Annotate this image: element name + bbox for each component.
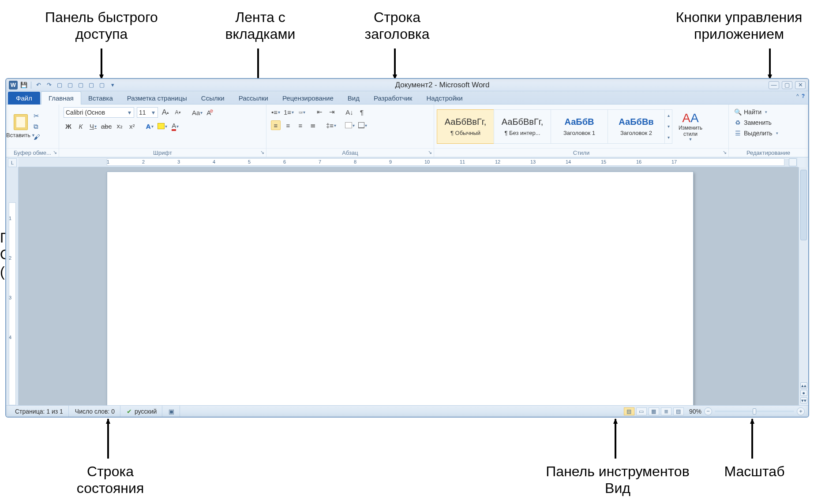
qat-button-a-icon[interactable]: ▢: [56, 82, 63, 89]
change-styles-button[interactable]: AA Изменить стили ▼: [675, 109, 706, 144]
hruler-tick: 10: [424, 159, 430, 164]
replace-button[interactable]: ♻ Заменить: [733, 118, 803, 127]
tab-references[interactable]: Ссылки: [194, 92, 232, 105]
font-color-button[interactable]: A▾: [170, 121, 180, 131]
tab-home[interactable]: Главная: [41, 91, 81, 105]
copy-icon[interactable]: ⧉: [34, 123, 40, 131]
qat-dropdown-icon[interactable]: ▾: [109, 82, 116, 89]
view-draft-button[interactable]: ▤: [673, 407, 684, 415]
italic-button[interactable]: К: [76, 121, 86, 131]
undo-icon[interactable]: ↶: [35, 82, 42, 89]
tab-developer[interactable]: Разработчик: [367, 92, 419, 105]
status-language[interactable]: ✔ русский: [121, 406, 162, 417]
group-font: Calibri (Основ▾ 11▾ A▴ A▾ Aa▾ A⊘ Ж К: [59, 105, 266, 157]
tab-selector-icon[interactable]: L: [8, 158, 17, 167]
tab-mailings[interactable]: Рассылки: [232, 92, 275, 105]
save-icon[interactable]: 💾: [20, 82, 27, 89]
status-word-count[interactable]: Число слов: 0: [70, 406, 120, 417]
style-normal[interactable]: АаБбВвГг, ¶ Обычный: [437, 109, 494, 144]
qat-button-c-icon[interactable]: ▢: [77, 82, 84, 89]
document-canvas[interactable]: [19, 167, 799, 405]
qat-button-b-icon[interactable]: ▢: [67, 82, 74, 89]
help-icon[interactable]: ?: [802, 93, 805, 99]
highlight-button[interactable]: ▾: [157, 121, 168, 131]
change-case-button[interactable]: Aa▾: [191, 108, 203, 117]
align-right-button[interactable]: ≡: [296, 120, 305, 130]
vertical-ruler[interactable]: 1234: [6, 167, 19, 405]
style-heading1[interactable]: АаБбВ Заголовок 1: [551, 109, 608, 144]
font-family-combo[interactable]: Calibri (Основ▾: [64, 107, 134, 118]
redo-icon[interactable]: ↷: [45, 82, 53, 89]
format-painter-icon[interactable]: 🖌: [34, 133, 40, 141]
app-icon[interactable]: W: [9, 81, 18, 90]
view-print-layout-button[interactable]: ▤: [624, 407, 634, 415]
align-left-button[interactable]: ≡: [271, 120, 281, 130]
find-button[interactable]: 🔍 Найти ▾: [733, 107, 803, 117]
close-button[interactable]: ✕: [795, 81, 806, 89]
group-styles: АаБбВвГг, ¶ Обычный АаБбВвГг, ¶ Без инте…: [434, 105, 729, 157]
tab-review[interactable]: Рецензирование: [275, 92, 341, 105]
status-macro[interactable]: ▣: [163, 406, 180, 417]
strikethrough-button[interactable]: abc: [101, 121, 112, 131]
minimize-ribbon-icon[interactable]: ^: [796, 93, 799, 99]
decrease-indent-button[interactable]: ⇤: [315, 107, 324, 117]
scrollbar-thumb[interactable]: [800, 170, 807, 240]
bullets-button[interactable]: •≡▾: [271, 107, 281, 117]
vertical-scrollbar[interactable]: ▴▴ ● ▾▾: [799, 167, 808, 405]
paragraph-dialog-launcher-icon[interactable]: ↘: [428, 149, 432, 155]
align-center-button[interactable]: ≡: [283, 120, 293, 130]
styles-dialog-launcher-icon[interactable]: ↘: [723, 149, 727, 155]
show-marks-button[interactable]: ¶: [357, 107, 367, 117]
shading-button[interactable]: ▾: [345, 120, 355, 130]
shrink-font-button[interactable]: A▾: [173, 108, 183, 117]
tab-addins[interactable]: Надстройки: [419, 92, 469, 105]
zoom-value[interactable]: 90%: [689, 408, 701, 415]
horizontal-ruler[interactable]: 1234567891011121314151617: [19, 157, 798, 167]
qat-button-e-icon[interactable]: ▢: [98, 82, 105, 89]
status-page[interactable]: Страница: 1 из 1: [10, 406, 69, 417]
multilevel-list-button[interactable]: ⎃▾: [297, 107, 307, 117]
qat-button-d-icon[interactable]: ▢: [88, 82, 95, 89]
tab-page-layout[interactable]: Разметка страницы: [120, 92, 194, 105]
line-spacing-button[interactable]: ‡≡▾: [326, 120, 337, 130]
grow-font-button[interactable]: A▴: [161, 108, 170, 117]
select-icon: ☰: [734, 130, 741, 137]
bold-button[interactable]: Ж: [64, 121, 73, 131]
justify-button[interactable]: ≣: [308, 120, 318, 130]
ruler-toggle-icon[interactable]: [789, 158, 797, 166]
hruler-tick: 3: [177, 159, 180, 164]
clipboard-dialog-launcher-icon[interactable]: ↘: [53, 149, 57, 155]
select-button[interactable]: ☰ Выделить ▾: [733, 128, 803, 138]
sort-button[interactable]: A↓: [345, 107, 354, 117]
styles-gallery-scroll[interactable]: ▴▾▾: [664, 109, 672, 144]
underline-button[interactable]: Ч▾: [88, 121, 98, 131]
minimize-button[interactable]: —: [769, 81, 779, 89]
font-dialog-launcher-icon[interactable]: ↘: [260, 149, 264, 155]
maximize-button[interactable]: ▢: [782, 81, 792, 89]
view-fullscreen-reading-button[interactable]: ▭: [636, 407, 647, 415]
style-heading2[interactable]: АаБбВв Заголовок 2: [608, 109, 665, 144]
borders-button[interactable]: ▾: [358, 120, 368, 130]
view-web-layout-button[interactable]: ▦: [649, 407, 659, 415]
zoom-slider[interactable]: [715, 411, 794, 412]
view-outline-button[interactable]: ≣: [661, 407, 671, 415]
prev-object-button[interactable]: ▴▴: [800, 382, 807, 388]
zoom-in-button[interactable]: +: [797, 407, 805, 415]
subscript-button[interactable]: x₂: [115, 121, 124, 131]
cut-icon[interactable]: ✂: [34, 112, 40, 120]
increase-indent-button[interactable]: ⇥: [327, 107, 337, 117]
clear-formatting-button[interactable]: A⊘: [206, 108, 215, 117]
numbering-button[interactable]: 1≡▾: [283, 107, 294, 117]
tab-insert[interactable]: Вставка: [81, 92, 120, 105]
next-object-button[interactable]: ▾▾: [800, 397, 807, 403]
text-effects-button[interactable]: A▾: [145, 121, 154, 131]
zoom-slider-knob[interactable]: [753, 408, 756, 414]
font-size-combo[interactable]: 11▾: [137, 107, 158, 118]
paste-button[interactable]: Вставить ▼: [11, 111, 31, 142]
tab-view[interactable]: Вид: [341, 92, 367, 105]
select-browse-object-button[interactable]: ●: [800, 390, 807, 396]
tab-file[interactable]: Файл: [8, 92, 40, 105]
style-no-spacing[interactable]: АаБбВвГг, ¶ Без интер...: [494, 109, 551, 144]
superscript-button[interactable]: x²: [127, 121, 137, 131]
zoom-out-button[interactable]: −: [704, 407, 712, 415]
